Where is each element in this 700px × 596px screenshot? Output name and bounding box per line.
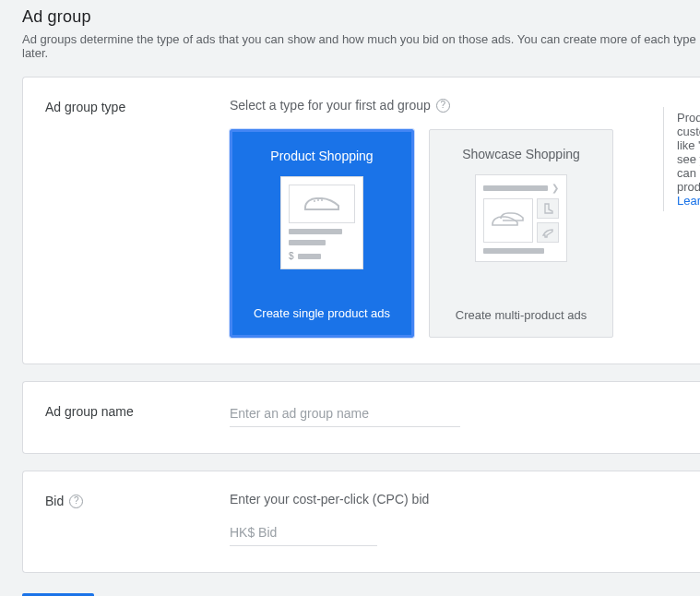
placeholder-price: $	[289, 251, 355, 261]
svg-point-2	[321, 199, 323, 201]
page-title: Ad group	[22, 7, 700, 27]
bid-input[interactable]	[230, 521, 377, 546]
ad-group-type-label: Ad group type	[45, 98, 230, 114]
card-showcase-shopping[interactable]: Showcase Shopping ❯	[429, 129, 613, 338]
svg-point-1	[317, 199, 319, 201]
ad-group-name-panel: Ad group name	[22, 381, 700, 454]
placeholder-line	[483, 185, 548, 191]
side-info-panel: Produ custo like 'w see yo can cl produ …	[663, 107, 700, 211]
bid-label: Bid	[45, 494, 64, 508]
card-product-shopping[interactable]: Product Shopping	[230, 129, 414, 338]
card-title: Showcase Shopping	[462, 147, 580, 161]
card-title: Product Shopping	[270, 149, 373, 163]
product-preview: $	[280, 176, 363, 269]
ad-group-name-label: Ad group name	[45, 402, 230, 419]
svg-point-0	[314, 200, 315, 202]
shoe-icon	[289, 185, 355, 223]
ad-group-type-subtitle: Select a type for your first ad group	[230, 98, 431, 113]
boot-icon	[537, 198, 559, 219]
help-icon[interactable]: ?	[69, 495, 83, 508]
bid-panel: Bid ? Enter your cost-per-click (CPC) bi…	[22, 471, 700, 573]
placeholder-line	[483, 248, 544, 254]
card-subtitle: Create single product ads	[254, 306, 390, 320]
ad-group-type-panel: Ad group type Select a type for your fir…	[22, 77, 700, 364]
card-subtitle: Create multi-product ads	[456, 308, 587, 322]
help-icon[interactable]: ?	[436, 99, 450, 113]
shoe-pair-icon	[483, 198, 533, 243]
heel-icon	[537, 222, 559, 243]
chevron-right-icon: ❯	[552, 183, 559, 193]
ad-group-name-input[interactable]	[230, 402, 460, 427]
placeholder-line	[289, 229, 342, 234]
bid-description: Enter your cost-per-click (CPC) bid	[230, 492, 700, 507]
placeholder-line	[289, 240, 326, 245]
learn-more-link[interactable]: Learn	[677, 194, 700, 208]
page-description: Ad groups determine the type of ads that…	[22, 32, 700, 60]
showcase-preview: ❯	[475, 174, 567, 262]
